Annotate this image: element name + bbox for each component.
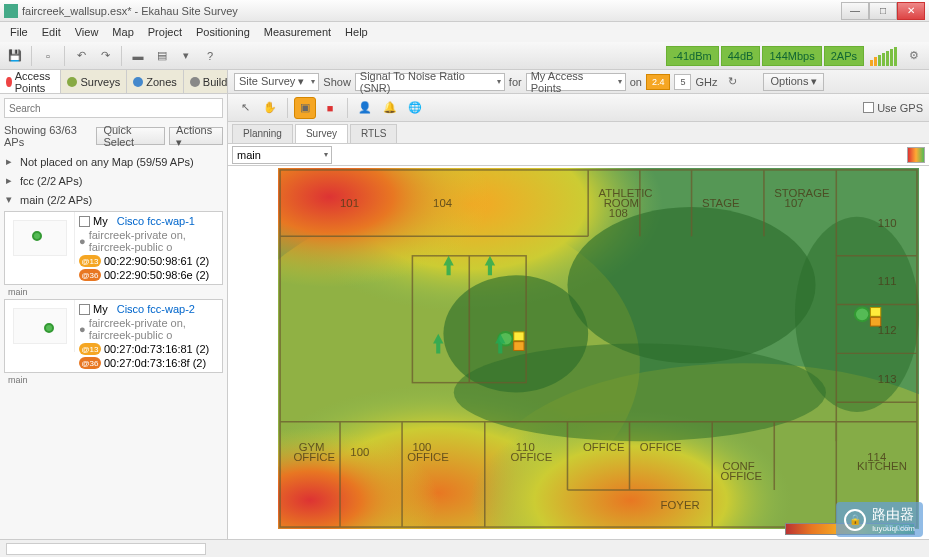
ap-name: Cisco fcc-wap-2 bbox=[117, 303, 195, 315]
refresh-icon[interactable]: ↻ bbox=[721, 71, 743, 93]
undo-icon[interactable]: ↶ bbox=[70, 45, 92, 67]
grid-icon[interactable]: ▤ bbox=[151, 45, 173, 67]
menu-project[interactable]: Project bbox=[142, 24, 188, 40]
tree-row[interactable]: ▸Not placed on any Map (59/59 APs) bbox=[2, 152, 225, 171]
main-toolbar: 💾 ▫ ↶ ↷ ▬ ▤ ▾ ? -41dBm 44dB 144Mbps 2APs… bbox=[0, 42, 929, 70]
tab-surveys[interactable]: Surveys bbox=[61, 70, 127, 93]
menu-map[interactable]: Map bbox=[106, 24, 139, 40]
tab-planning[interactable]: Planning bbox=[232, 124, 293, 143]
close-button[interactable]: ✕ bbox=[897, 2, 925, 20]
svg-text:112: 112 bbox=[878, 324, 897, 336]
hand-icon[interactable]: ✋ bbox=[259, 97, 281, 119]
quick-select-button[interactable]: Quick Select bbox=[96, 127, 165, 145]
progress-box bbox=[6, 543, 206, 555]
left-panel: Access Points Surveys Zones Building Sho… bbox=[0, 70, 228, 539]
menu-file[interactable]: File bbox=[4, 24, 34, 40]
view-select[interactable]: Site Survey ▾ bbox=[234, 73, 319, 91]
dropdown-icon[interactable]: ▾ bbox=[175, 45, 197, 67]
band-5-button[interactable]: 5 bbox=[674, 74, 691, 90]
floor-select[interactable]: main bbox=[232, 146, 332, 164]
options-button[interactable]: Options ▾ bbox=[763, 73, 824, 91]
svg-text:100: 100 bbox=[350, 446, 369, 458]
window-title: faircreek_wallsup.esx* - Ekahau Site Sur… bbox=[22, 5, 841, 17]
gps-checkbox[interactable] bbox=[863, 102, 874, 113]
maximize-button[interactable]: □ bbox=[869, 2, 897, 20]
ap-floor: main bbox=[2, 375, 225, 385]
band-24-button[interactable]: 2.4 bbox=[646, 74, 671, 90]
chip-signal: -41dBm bbox=[666, 46, 719, 66]
ap-thumbnail bbox=[5, 300, 75, 352]
aps-select[interactable]: My Access Points bbox=[526, 73, 626, 91]
redo-icon[interactable]: ↷ bbox=[94, 45, 116, 67]
svg-text:FOYER: FOYER bbox=[661, 500, 700, 512]
search-box bbox=[4, 98, 223, 118]
legend-button[interactable] bbox=[907, 147, 925, 163]
ap-floor: main bbox=[2, 287, 225, 297]
map-tabs: Planning Survey RTLS bbox=[228, 122, 929, 144]
ap-tree: ▸Not placed on any Map (59/59 APs) ▸fcc … bbox=[0, 150, 227, 539]
tab-access-points[interactable]: Access Points bbox=[0, 70, 61, 93]
minimize-button[interactable]: — bbox=[841, 2, 869, 20]
svg-text:OFFICE: OFFICE bbox=[583, 441, 625, 453]
chip-aps: 2APs bbox=[824, 46, 864, 66]
doc-icon[interactable]: ▫ bbox=[37, 45, 59, 67]
person-icon[interactable]: 👤 bbox=[354, 97, 376, 119]
svg-text:113: 113 bbox=[878, 373, 897, 385]
tree-row[interactable]: ▾main (2/2 APs) bbox=[2, 190, 225, 209]
ap-card[interactable]: My Cisco fcc-wap-2 ●faircreek-private on… bbox=[4, 299, 223, 373]
pointer-icon[interactable]: ↖ bbox=[234, 97, 256, 119]
svg-text:110: 110 bbox=[878, 217, 897, 229]
survey-icon[interactable]: ▣ bbox=[294, 97, 316, 119]
tab-rtls[interactable]: RTLS bbox=[350, 124, 397, 143]
svg-text:OFFICE: OFFICE bbox=[640, 441, 682, 453]
menu-view[interactable]: View bbox=[69, 24, 105, 40]
menu-measurement[interactable]: Measurement bbox=[258, 24, 337, 40]
heatmap-canvas[interactable]: 101 104 ATHLETICROOM108 STAGE STORAGE107… bbox=[228, 166, 929, 539]
svg-text:KITCHEN: KITCHEN bbox=[857, 461, 907, 473]
search-input[interactable] bbox=[4, 98, 223, 118]
titlebar: faircreek_wallsup.esx* - Ekahau Site Sur… bbox=[0, 0, 929, 22]
svg-text:104: 104 bbox=[433, 197, 452, 209]
actions-button[interactable]: Actions ▾ bbox=[169, 127, 223, 145]
svg-text:OFFICE: OFFICE bbox=[407, 451, 449, 463]
svg-text:101: 101 bbox=[340, 197, 359, 209]
checkbox[interactable] bbox=[79, 216, 90, 227]
save-icon[interactable]: 💾 bbox=[4, 45, 26, 67]
svg-rect-38 bbox=[514, 332, 524, 341]
help-icon[interactable]: ? bbox=[199, 45, 221, 67]
ap-thumbnail bbox=[5, 212, 75, 264]
menu-positioning[interactable]: Positioning bbox=[190, 24, 256, 40]
use-gps-label: Use GPS bbox=[877, 102, 923, 114]
delete-icon[interactable]: ▬ bbox=[127, 45, 149, 67]
menu-edit[interactable]: Edit bbox=[36, 24, 67, 40]
status-bar bbox=[0, 539, 929, 557]
svg-point-12 bbox=[454, 344, 826, 442]
svg-text:OFFICE: OFFICE bbox=[294, 451, 336, 463]
autopilot-icon[interactable]: 🔔 bbox=[379, 97, 401, 119]
tab-zones[interactable]: Zones bbox=[127, 70, 184, 93]
ap-card[interactable]: My Cisco fcc-wap-1 ●faircreek-private on… bbox=[4, 211, 223, 285]
status-chips: -41dBm 44dB 144Mbps 2APs ⚙ bbox=[666, 45, 925, 67]
svg-text:111: 111 bbox=[878, 275, 897, 287]
svg-text:107: 107 bbox=[785, 197, 804, 209]
svg-text:OFFICE: OFFICE bbox=[511, 451, 553, 463]
metric-select[interactable]: Signal To Noise Ratio (SNR) bbox=[355, 73, 505, 91]
svg-text:OFFICE: OFFICE bbox=[720, 471, 762, 483]
settings-icon[interactable]: ⚙ bbox=[903, 45, 925, 67]
right-panel: Site Survey ▾ Show Signal To Noise Ratio… bbox=[228, 70, 929, 539]
globe-icon[interactable]: 🌐 bbox=[404, 97, 426, 119]
tree-row[interactable]: ▸fcc (2/2 APs) bbox=[2, 171, 225, 190]
svg-rect-39 bbox=[514, 342, 524, 351]
menu-help[interactable]: Help bbox=[339, 24, 374, 40]
svg-text:108: 108 bbox=[609, 207, 628, 219]
filter-bar: Site Survey ▾ Show Signal To Noise Ratio… bbox=[228, 70, 929, 94]
menubar: File Edit View Map Project Positioning M… bbox=[0, 22, 929, 42]
checkbox[interactable] bbox=[79, 304, 90, 315]
tab-survey[interactable]: Survey bbox=[295, 124, 348, 143]
ap-name: Cisco fcc-wap-1 bbox=[117, 215, 195, 227]
stop-icon[interactable]: ■ bbox=[319, 97, 341, 119]
svg-text:STAGE: STAGE bbox=[702, 197, 740, 209]
signal-bars-icon bbox=[870, 46, 897, 66]
app-icon bbox=[4, 4, 18, 18]
svg-rect-41 bbox=[870, 308, 880, 317]
